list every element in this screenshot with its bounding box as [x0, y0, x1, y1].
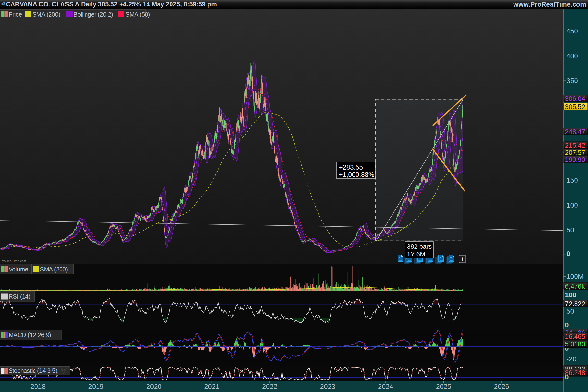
svg-text:www.ProRealTime.com: www.ProRealTime.com — [513, 1, 586, 8]
svg-text:2022: 2022 — [262, 383, 277, 390]
svg-text:50: 50 — [566, 226, 574, 234]
svg-text:350: 350 — [566, 77, 578, 84]
svg-text:SMA (200): SMA (200) — [32, 11, 60, 18]
svg-text:2021: 2021 — [204, 383, 219, 390]
svg-text:2023: 2023 — [320, 383, 335, 390]
svg-text:1Y 6M: 1Y 6M — [407, 250, 425, 258]
svg-text:2026: 2026 — [494, 383, 509, 390]
svg-text:400: 400 — [566, 52, 578, 60]
svg-text:Volume: Volume — [8, 266, 28, 273]
svg-text:190.90: 190.90 — [565, 156, 585, 164]
svg-text:305.52: 305.52 — [565, 103, 585, 110]
svg-text:ProRealTime.com: ProRealTime.com — [1, 259, 26, 263]
svg-text:2025: 2025 — [436, 383, 451, 390]
svg-text:100: 100 — [566, 202, 578, 209]
svg-text:207.57: 207.57 — [565, 149, 585, 156]
svg-text:2024: 2024 — [378, 383, 393, 390]
svg-text:2018: 2018 — [30, 383, 46, 390]
svg-text:100: 100 — [565, 291, 576, 299]
svg-text:Price: Price — [8, 11, 22, 18]
svg-text:i: i — [461, 256, 463, 262]
svg-text:SMA (200): SMA (200) — [40, 266, 68, 273]
svg-text:CARVANA CO. CLASS A Daily 305.: CARVANA CO. CLASS A Daily 305.52 +4.25% … — [6, 0, 217, 8]
svg-text:5.0180: 5.0180 — [565, 340, 585, 348]
svg-text:0: 0 — [566, 250, 570, 258]
svg-text:72.822: 72.822 — [565, 300, 585, 308]
svg-text:RSI (14): RSI (14) — [8, 293, 30, 300]
svg-text:SMA (50): SMA (50) — [126, 11, 150, 18]
svg-text:2020: 2020 — [146, 383, 162, 390]
svg-text:+1,000.88%: +1,000.88% — [339, 171, 374, 178]
svg-text:215.42: 215.42 — [565, 142, 585, 149]
svg-text:MACD (12 26 9): MACD (12 26 9) — [8, 332, 51, 338]
svg-text:0: 0 — [565, 321, 569, 329]
svg-text:Bollinger (20 2): Bollinger (20 2) — [74, 11, 113, 18]
svg-text:-20: -20 — [566, 355, 576, 363]
svg-text:150: 150 — [566, 176, 578, 184]
svg-text:+283.55: +283.55 — [339, 164, 363, 171]
svg-text:306.04: 306.04 — [565, 95, 585, 102]
svg-text:100M: 100M — [566, 273, 584, 280]
svg-text:Stochastic (14 3 5): Stochastic (14 3 5) — [8, 367, 57, 374]
svg-text:50: 50 — [566, 308, 574, 315]
svg-text:248.47: 248.47 — [565, 128, 585, 136]
svg-text:6,476k: 6,476k — [565, 283, 585, 290]
svg-text:450: 450 — [566, 27, 578, 35]
svg-text:2019: 2019 — [88, 383, 104, 390]
svg-text:16.465: 16.465 — [565, 333, 585, 340]
svg-text:0: 0 — [565, 373, 569, 381]
svg-text:382 bars: 382 bars — [407, 243, 432, 250]
